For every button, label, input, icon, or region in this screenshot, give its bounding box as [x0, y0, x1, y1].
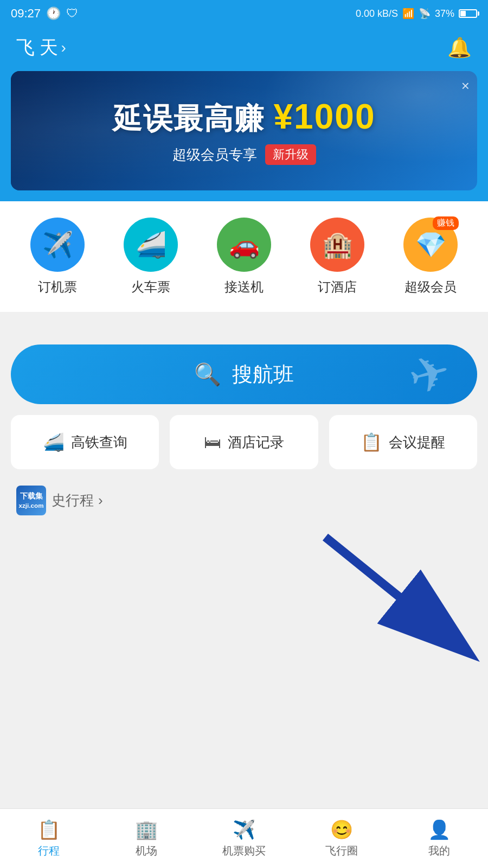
quick-action-rail[interactable]: 🚄 高铁查询	[11, 415, 159, 469]
search-button-text: 搜航班	[232, 361, 294, 388]
status-right: 0.00 kB/S 📶 📡 37%	[356, 8, 477, 20]
battery-percent: 37%	[435, 8, 454, 20]
header-title[interactable]: 飞 天 ›	[16, 35, 66, 60]
rail-icon: 🚄	[43, 432, 65, 452]
wifi-icon: 📶	[402, 8, 414, 20]
hotel-icon: 🏨	[322, 230, 353, 259]
nav-item-itinerary[interactable]: 📋 行程	[0, 809, 98, 868]
icon-item-train[interactable]: 🚄 火车票	[124, 218, 178, 296]
watermark-logo: 下载集xzji.com	[16, 486, 46, 515]
search-flight-button[interactable]: 🔍 搜航班 ✈	[11, 344, 477, 404]
icon-label-transfer: 接送机	[224, 278, 264, 296]
icon-item-vip[interactable]: 💎 赚钱 超级会员	[403, 218, 458, 296]
icon-label-vip: 超级会员	[404, 278, 457, 296]
status-left: 09:27 🕐 🛡	[11, 7, 78, 21]
icon-circle-vip: 💎 赚钱	[403, 218, 458, 272]
icon-item-transfer[interactable]: 🚗 接送机	[217, 218, 271, 296]
itinerary-nav-icon: 📋	[37, 819, 60, 840]
buy-ticket-nav-icon: ✈️	[233, 819, 255, 840]
gap-section	[0, 312, 488, 344]
history-text: 史行程 ›	[52, 491, 103, 510]
banner-sub-text: 超级会员专享 新升级	[172, 144, 316, 165]
mine-nav-label: 我的	[428, 844, 450, 858]
bottom-nav: 📋 行程 🏢 机场 ✈️ 机票购买 😊 飞行圈 👤 我的	[0, 808, 488, 868]
svg-line-1	[325, 537, 466, 651]
shield-icon: 🛡	[66, 7, 78, 21]
icon-circle-hotel: 🏨	[310, 218, 364, 272]
quick-action-rail-label: 高铁查询	[71, 433, 127, 452]
big-arrow-svg	[217, 521, 488, 667]
quick-action-meeting-label: 会议提醒	[389, 433, 445, 452]
car-icon: 🚗	[229, 230, 260, 259]
clock-icon: 🕐	[46, 7, 61, 21]
header: 飞 天 › 🔔	[0, 27, 488, 71]
itinerary-nav-label: 行程	[38, 844, 60, 858]
search-section: 🔍 搜航班 ✈	[0, 344, 488, 415]
quick-action-meeting[interactable]: 📋 会议提醒	[329, 415, 477, 469]
icon-item-flight[interactable]: ✈️ 订机票	[30, 218, 85, 296]
banner[interactable]: 延误最高赚 ¥1000 超级会员专享 新升级 ×	[11, 71, 477, 190]
bottom-spacer	[0, 678, 488, 738]
header-arrow[interactable]: ›	[61, 39, 66, 56]
battery-icon	[459, 9, 477, 18]
arrow-section	[0, 526, 488, 678]
history-label: 史行程	[52, 491, 94, 510]
circle-nav-icon: 😊	[330, 819, 353, 840]
hotel-record-icon: 🛏	[204, 432, 221, 452]
icon-label-flight: 订机票	[38, 278, 77, 296]
search-icon: 🔍	[194, 362, 221, 387]
icons-section: ✈️ 订机票 🚄 火车票 🚗 接送机 🏨 订酒店 💎 赚钱 超级会员	[0, 201, 488, 312]
watermark: 下载集xzji.com	[16, 486, 46, 515]
signal-icon: 📡	[419, 8, 431, 20]
status-time: 09:27	[11, 7, 41, 21]
nav-item-mine[interactable]: 👤 我的	[390, 809, 488, 868]
quick-actions: 🚄 高铁查询 🛏 酒店记录 📋 会议提醒	[0, 415, 488, 480]
history-arrow: ›	[98, 492, 103, 509]
vip-badge: 赚钱	[433, 216, 459, 230]
mine-nav-icon: 👤	[428, 819, 451, 840]
nav-item-buy-ticket[interactable]: ✈️ 机票购买	[195, 809, 293, 868]
app-name: 飞 天	[16, 35, 58, 60]
airport-nav-label: 机场	[136, 844, 157, 858]
flight-icon: ✈️	[42, 230, 73, 259]
icon-label-train: 火车票	[131, 278, 170, 296]
search-plane-icon: ✈	[403, 344, 457, 404]
train-icon: 🚄	[136, 230, 166, 259]
bell-icon[interactable]: 🔔	[447, 36, 472, 59]
nav-item-circle[interactable]: 😊 飞行圈	[293, 809, 390, 868]
quick-action-hotel-record[interactable]: 🛏 酒店记录	[170, 415, 318, 469]
icon-circle-train: 🚄	[124, 218, 178, 272]
banner-container: 延误最高赚 ¥1000 超级会员专享 新升级 ×	[0, 71, 488, 201]
history-section[interactable]: 下载集xzji.com 史行程 ›	[0, 480, 488, 526]
quick-action-hotel-label: 酒店记录	[228, 433, 284, 452]
nav-item-airport[interactable]: 🏢 机场	[98, 809, 195, 868]
status-bar: 09:27 🕐 🛡 0.00 kB/S 📶 📡 37%	[0, 0, 488, 27]
circle-nav-label: 飞行圈	[325, 844, 358, 858]
icon-item-hotel[interactable]: 🏨 订酒店	[310, 218, 364, 296]
diamond-icon: 💎	[415, 230, 446, 259]
banner-badge: 新升级	[265, 144, 316, 165]
banner-main-text: 延误最高赚 ¥1000	[113, 97, 376, 139]
network-speed: 0.00 kB/S	[356, 8, 398, 20]
icon-label-hotel: 订酒店	[318, 278, 357, 296]
meeting-icon: 📋	[361, 432, 382, 452]
buy-ticket-nav-label: 机票购买	[222, 844, 266, 858]
icon-circle-flight: ✈️	[30, 218, 85, 272]
airport-nav-icon: 🏢	[135, 819, 158, 840]
banner-close-button[interactable]: ×	[461, 78, 470, 94]
banner-highlight: ¥1000	[274, 97, 376, 136]
icon-circle-transfer: 🚗	[217, 218, 271, 272]
